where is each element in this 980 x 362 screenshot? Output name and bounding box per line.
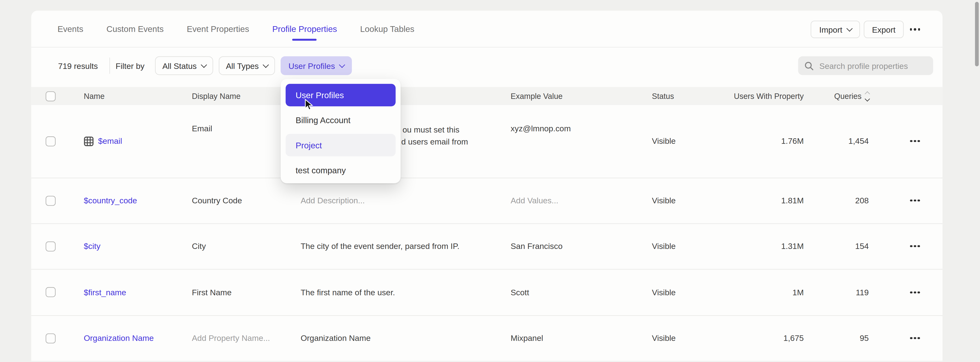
filter-by-label: Filter by bbox=[116, 56, 145, 75]
table-row: $country_code Country Code Add Descripti… bbox=[31, 178, 942, 223]
property-name-link[interactable]: $city bbox=[84, 242, 100, 251]
filter-bar: 719 results Filter by All Status All Typ… bbox=[31, 56, 942, 75]
table-body: $email Email ou must set thisd users ema… bbox=[31, 105, 942, 362]
users-with-property-cell: 1.81M bbox=[679, 178, 804, 223]
property-name-link[interactable]: $email bbox=[98, 137, 122, 146]
row-checkbox[interactable] bbox=[46, 241, 56, 251]
status-cell[interactable]: Visible bbox=[652, 224, 676, 269]
dot-icon bbox=[914, 28, 916, 31]
display-name-cell[interactable]: First Name bbox=[192, 270, 232, 315]
more-actions-button[interactable] bbox=[906, 21, 924, 38]
table-row: Organization Name Add Property Name... O… bbox=[31, 316, 942, 362]
row-more-options-button[interactable] bbox=[906, 224, 924, 269]
type-filter-button[interactable]: All Types bbox=[219, 56, 275, 75]
property-name-cell: Organization Name bbox=[84, 316, 154, 361]
property-name-cell: $country_code bbox=[84, 178, 137, 223]
row-more-options-button[interactable] bbox=[906, 316, 924, 361]
status-cell[interactable]: Visible bbox=[652, 316, 676, 361]
export-button-label: Export bbox=[872, 25, 896, 34]
display-name-cell[interactable]: Email bbox=[192, 105, 212, 177]
export-button[interactable]: Export bbox=[864, 21, 904, 38]
status-cell[interactable]: Visible bbox=[652, 270, 676, 315]
dropdown-item-billing-account[interactable]: Billing Account bbox=[286, 109, 396, 131]
row-more-options-button[interactable] bbox=[906, 270, 924, 315]
property-name-cell: $city bbox=[84, 224, 100, 269]
profile-type-dropdown: User ProfilesBilling AccountProjecttest … bbox=[281, 79, 401, 183]
dropdown-item-user-profiles[interactable]: User Profiles bbox=[286, 84, 396, 106]
column-header-display-name: Display Name bbox=[192, 87, 240, 105]
row-more-options-button[interactable] bbox=[906, 105, 924, 177]
queries-cell: 208 bbox=[807, 178, 869, 223]
row-more-options-button[interactable] bbox=[906, 178, 924, 223]
display-name-cell[interactable]: Add Property Name... bbox=[192, 316, 270, 361]
tab-bar: EventsCustom EventsEvent PropertiesProfi… bbox=[31, 11, 942, 48]
table-header: Name Display Name Example Value Status U… bbox=[31, 87, 942, 105]
tab-event-properties[interactable]: Event Properties bbox=[187, 11, 249, 47]
search-icon bbox=[805, 61, 814, 70]
status-filter-button[interactable]: All Status bbox=[155, 56, 213, 75]
dot-icon bbox=[918, 28, 920, 31]
tab-label: Profile Properties bbox=[272, 24, 337, 33]
example-value-cell[interactable]: San Francisco bbox=[511, 224, 563, 269]
search-input[interactable] bbox=[819, 61, 927, 70]
divider bbox=[109, 57, 110, 74]
type-filter-label: All Types bbox=[226, 61, 259, 70]
property-name-cell: $first_name bbox=[84, 270, 126, 315]
property-name-link[interactable]: Organization Name bbox=[84, 334, 154, 343]
property-name-link[interactable]: $country_code bbox=[84, 196, 137, 205]
row-checkbox[interactable] bbox=[46, 333, 56, 343]
tab-lookup-tables[interactable]: Lookup Tables bbox=[360, 11, 414, 47]
display-name-cell[interactable]: Country Code bbox=[192, 178, 242, 223]
tab-events[interactable]: Events bbox=[57, 11, 83, 47]
status-cell[interactable]: Visible bbox=[652, 178, 676, 223]
properties-panel: EventsCustom EventsEvent PropertiesProfi… bbox=[31, 11, 942, 362]
tab-label: Custom Events bbox=[107, 24, 164, 33]
scrollbar-thumb[interactable] bbox=[975, 2, 979, 66]
column-header-status: Status bbox=[652, 87, 674, 105]
tab-label: Events bbox=[57, 24, 83, 33]
active-tab-underline bbox=[293, 39, 317, 41]
description-cell[interactable]: The first name of the user. bbox=[301, 270, 395, 315]
chevron-down-icon bbox=[263, 61, 269, 67]
display-name-cell[interactable]: City bbox=[192, 224, 206, 269]
property-name-link[interactable]: $first_name bbox=[84, 288, 126, 297]
queries-cell: 95 bbox=[807, 316, 869, 361]
import-button-label: Import bbox=[819, 25, 842, 34]
more-options-icon bbox=[910, 199, 920, 202]
chevron-down-icon bbox=[846, 25, 852, 31]
more-options-icon bbox=[910, 140, 920, 142]
row-checkbox[interactable] bbox=[46, 136, 56, 146]
import-button[interactable]: Import bbox=[811, 21, 860, 38]
row-checkbox[interactable] bbox=[46, 287, 56, 297]
column-header-queries[interactable]: Queries bbox=[807, 87, 869, 105]
queries-cell: 154 bbox=[807, 224, 869, 269]
description-cell[interactable]: Add Description... bbox=[301, 178, 364, 223]
profile-type-filter-label: User Profiles bbox=[288, 61, 335, 70]
select-all-checkbox[interactable] bbox=[46, 91, 56, 101]
example-value-cell[interactable]: xyz@lmnop.com bbox=[511, 105, 571, 177]
example-value-cell[interactable]: Add Values... bbox=[511, 178, 558, 223]
dropdown-item-project[interactable]: Project bbox=[286, 134, 396, 156]
queries-header-label: Queries bbox=[834, 92, 862, 100]
row-checkbox[interactable] bbox=[46, 195, 56, 206]
users-with-property-cell: 1M bbox=[679, 270, 804, 315]
more-options-icon bbox=[910, 246, 920, 247]
tab-profile-properties[interactable]: Profile Properties bbox=[272, 11, 337, 47]
more-options-icon bbox=[910, 337, 920, 340]
example-value-cell[interactable]: Mixpanel bbox=[511, 316, 543, 361]
search-box[interactable] bbox=[798, 56, 933, 75]
description-cell[interactable]: The city of the event sender, parsed fro… bbox=[301, 224, 459, 269]
property-name-cell: $email bbox=[84, 105, 122, 177]
tab-custom-events[interactable]: Custom Events bbox=[107, 11, 164, 47]
profile-type-filter-button[interactable]: User Profiles bbox=[281, 56, 352, 75]
scrollbar-track[interactable] bbox=[972, 0, 980, 362]
users-with-property-cell: 1.76M bbox=[679, 105, 804, 177]
example-value-cell[interactable]: Scott bbox=[511, 270, 529, 315]
table-row: $city City The city of the event sender,… bbox=[31, 224, 942, 270]
description-cell[interactable]: Organization Name bbox=[301, 316, 371, 361]
column-header-name: Name bbox=[84, 87, 105, 105]
column-header-example-value: Example Value bbox=[511, 87, 563, 105]
status-cell[interactable]: Visible bbox=[652, 105, 676, 177]
dropdown-item-test-company[interactable]: test company bbox=[286, 159, 396, 182]
queries-cell: 1,454 bbox=[807, 105, 869, 177]
